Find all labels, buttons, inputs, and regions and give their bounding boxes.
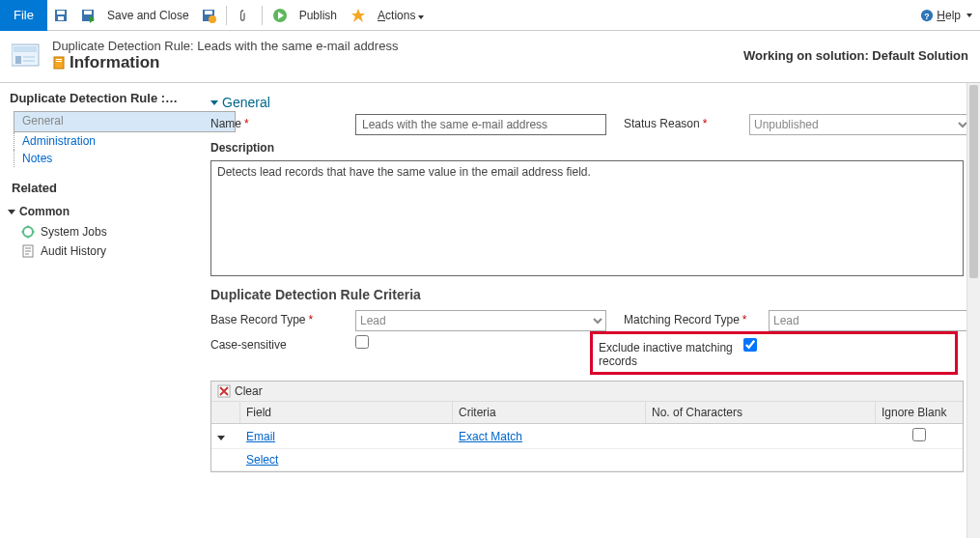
- name-label: Name: [210, 117, 241, 130]
- row-field-link[interactable]: Email: [246, 430, 275, 443]
- name-input[interactable]: [355, 114, 606, 135]
- svg-rect-14: [23, 56, 35, 58]
- save-new-icon[interactable]: [201, 8, 216, 23]
- save-close-icon[interactable]: [80, 8, 96, 23]
- col-ignore: Ignore Blank: [876, 402, 963, 423]
- case-sensitive-checkbox[interactable]: [355, 335, 369, 349]
- solution-label: Working on solution: Default Solution: [743, 48, 968, 63]
- publish-icon[interactable]: [272, 8, 288, 23]
- sidebar-related: Related: [4, 175, 192, 201]
- publish-button[interactable]: Publish: [299, 9, 337, 22]
- svg-rect-6: [205, 11, 212, 14]
- chevron-down-icon[interactable]: [217, 436, 225, 440]
- description-textarea[interactable]: Detects lead records that have the same …: [210, 160, 964, 276]
- description-label: Description: [210, 135, 365, 160]
- sidebar-item-notes[interactable]: Notes: [14, 150, 192, 167]
- criteria-heading: Duplicate Detection Rule Criteria: [210, 279, 964, 310]
- info-icon: [52, 56, 66, 70]
- entity-icon: [12, 41, 42, 71]
- svg-rect-17: [56, 59, 62, 60]
- section-general[interactable]: General: [210, 91, 964, 114]
- matching-type-label: Matching Record Type: [624, 313, 740, 326]
- svg-rect-4: [84, 11, 92, 14]
- svg-rect-13: [15, 56, 21, 64]
- exclude-inactive-checkbox[interactable]: [743, 338, 757, 352]
- svg-rect-1: [57, 11, 65, 14]
- clear-button[interactable]: Clear: [235, 384, 263, 398]
- base-type-select[interactable]: Lead: [355, 310, 606, 331]
- row-criteria-link[interactable]: Exact Match: [459, 430, 522, 443]
- vertical-scrollbar[interactable]: [966, 83, 980, 538]
- svg-rect-16: [54, 57, 64, 69]
- col-field: Field: [240, 402, 453, 423]
- svg-text:?: ?: [925, 11, 930, 20]
- attach-icon[interactable]: [237, 8, 252, 23]
- case-sensitive-label: Case-sensitive: [210, 335, 355, 352]
- sidebar-title: Duplicate Detection Rule :…: [4, 87, 192, 109]
- status-select[interactable]: Unpublished: [749, 114, 971, 135]
- save-icon[interactable]: [53, 8, 69, 23]
- sidebar-common[interactable]: Common: [4, 201, 192, 222]
- svg-point-19: [23, 227, 33, 237]
- actions-icon[interactable]: [350, 8, 366, 23]
- help-button[interactable]: ? Help: [920, 9, 972, 22]
- matching-type-select[interactable]: Lead: [769, 310, 980, 331]
- save-close-button[interactable]: Save and Close: [107, 9, 189, 22]
- svg-point-7: [209, 15, 216, 23]
- sidebar-item-system-jobs[interactable]: System Jobs: [4, 222, 192, 241]
- header-title: Duplicate Detection Rule: Leads with the…: [52, 39, 398, 53]
- base-type-label: Base Record Type: [210, 313, 306, 326]
- col-chars: No. of Characters: [646, 402, 876, 423]
- svg-rect-2: [58, 16, 64, 20]
- row-ignore-checkbox[interactable]: [912, 428, 926, 441]
- sidebar-item-administration[interactable]: Administration: [14, 132, 192, 150]
- scrollbar-thumb[interactable]: [969, 85, 978, 278]
- exclude-inactive-label: Exclude inactive matching records: [599, 338, 743, 368]
- clear-icon[interactable]: [217, 384, 231, 398]
- sidebar-item-audit-history[interactable]: Audit History: [4, 241, 192, 261]
- actions-menu[interactable]: AActionsctions: [378, 9, 424, 22]
- svg-rect-15: [23, 60, 35, 62]
- file-menu[interactable]: File: [0, 0, 47, 31]
- svg-rect-12: [14, 46, 37, 52]
- header-subtitle: Information: [70, 53, 160, 72]
- col-criteria: Criteria: [453, 402, 646, 423]
- svg-rect-18: [56, 61, 62, 62]
- status-label: Status Reason: [624, 117, 700, 130]
- row-select-link[interactable]: Select: [246, 453, 278, 467]
